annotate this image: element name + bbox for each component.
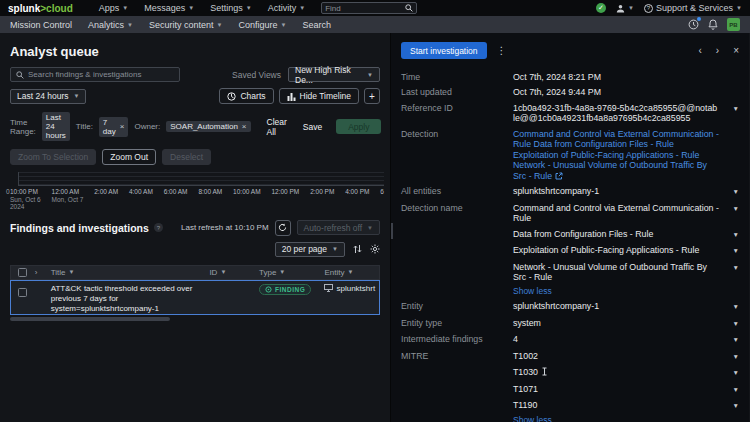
chevron-down-icon[interactable]: ▼ [725,245,739,257]
saved-views-select[interactable]: New High Risk De... ▼ [288,67,380,82]
timeline-tick: 2:00 AM [94,188,118,211]
column-header-entity[interactable]: Entity▼ [324,268,379,277]
sort-icon[interactable] [353,244,362,254]
filter-chip-title[interactable]: 7 day× [99,117,129,137]
nav-configure[interactable]: Configure▼ [239,20,287,30]
field-row-detection: Detection Command and Control via Extern… [401,126,739,184]
filter-time-range-label: Time Range: [10,118,36,136]
info-icon[interactable]: ? [154,223,163,232]
timeline-plot-area[interactable] [18,172,384,186]
chevron-down-icon[interactable]: ▼ [725,203,739,224]
avatar[interactable]: PB [727,18,740,31]
column-header-title[interactable]: Title▼ [51,268,210,277]
zoom-out-button[interactable]: Zoom Out [102,149,156,165]
zoom-to-selection-button[interactable]: Zoom To Selection [10,149,96,165]
chevron-down-icon[interactable]: ▼ [725,351,739,363]
user-icon [616,4,625,13]
close-panel-icon[interactable]: × [733,45,739,56]
analyst-queue-panel: Analyst queue Saved Views New High Risk … [0,33,391,422]
find-search-box[interactable] [321,2,417,14]
show-less-link[interactable]: Show less [513,414,739,422]
start-investigation-button[interactable]: Start investigation [401,42,487,59]
clear-all-button[interactable]: Clear All [267,117,287,137]
page-title: Analyst queue [10,44,380,59]
remove-filter-icon[interactable]: × [120,122,125,131]
findings-search-box[interactable] [10,67,180,82]
add-view-button[interactable]: + [364,88,380,104]
filter-chip-owner[interactable]: SOAR_Automation× [166,121,250,132]
next-finding-icon[interactable]: › [716,45,719,56]
remove-filter-icon[interactable]: × [242,122,247,131]
expand-all-icon[interactable]: › [35,268,51,277]
select-all-checkbox[interactable] [18,268,27,277]
chevron-down-icon[interactable]: ▼ [725,367,739,379]
show-less-link[interactable]: Show less [513,285,739,299]
chevron-down-icon[interactable]: ▼ [725,229,739,241]
bell-icon[interactable] [708,19,718,30]
deselect-button[interactable]: Deselect [162,149,211,165]
recent-activity-icon[interactable] [688,19,699,30]
gear-icon[interactable] [370,244,380,254]
chevron-down-icon: ▼ [127,22,133,28]
detection-link[interactable]: Command and Control via External Communi… [513,129,719,181]
nav-security-content[interactable]: Security content▼ [149,20,223,30]
refresh-button[interactable] [275,220,291,236]
chevron-down-icon: ▼ [188,5,194,11]
hide-timeline-button[interactable]: Hide Timeline [279,88,360,104]
chevron-down-icon[interactable]: ▼ [725,103,739,124]
kebab-menu-icon[interactable]: ⋮ [497,45,507,56]
user-menu[interactable]: ▼ [616,4,634,13]
chevron-down-icon[interactable]: ▼ [725,262,739,283]
chevron-down-icon[interactable]: ▼ [725,301,739,313]
chevron-down-icon[interactable]: ▼ [725,384,739,396]
time-range-select[interactable]: Last 24 hours ▼ [10,89,86,104]
vertical-scrollbar-thumb[interactable] [391,223,393,239]
scrollbar-thumb[interactable] [10,317,170,321]
auto-refresh-select[interactable]: Auto-refresh off ▼ [297,220,380,235]
nav-mission-control[interactable]: Mission Control [10,20,72,30]
timeline-y-axis-label: 0 [6,188,10,195]
sort-caret-icon: ▼ [220,269,226,275]
entity-cell: splunktshrt [324,284,379,293]
field-row-detection-name: Detection name Command and Control via E… [401,200,739,299]
health-status-icon[interactable]: ✓ [596,3,606,13]
field-row-last-updated: Last updated Oct 7th, 2024 9:44 PM [401,85,739,101]
row-checkbox[interactable] [18,288,27,297]
findings-search-input[interactable] [28,70,174,79]
menu-settings[interactable]: Settings▼ [210,3,251,13]
nav-analytics[interactable]: Analytics▼ [88,20,133,30]
chevron-down-icon[interactable]: ▼ [725,318,739,330]
timeline-tick: 8:00 AM [198,188,222,211]
menu-messages[interactable]: Messages▼ [144,3,194,13]
support-services-menu[interactable]: ? Support & Services ▼ [644,3,742,13]
chevron-down-icon[interactable]: ▼ [725,400,739,412]
column-header-type[interactable]: Type▼ [259,268,324,277]
table-row[interactable]: ATT&CK tactic threshold exceeded over pr… [10,280,380,315]
finding-fields: Time Oct 7th, 2024 8:21 PM Last updated … [391,66,749,422]
charts-button[interactable]: Charts [219,88,273,104]
field-row-intermediate-findings: Intermediate findings 4 ▼ [401,332,739,349]
apply-button[interactable]: Apply [336,119,381,134]
timeline-tick: 10:00 PMSun, Oct 62024 [10,188,41,211]
previous-finding-icon[interactable]: ‹ [698,45,701,56]
menu-activity[interactable]: Activity▼ [268,3,305,13]
chevron-down-icon[interactable]: ▼ [725,334,739,346]
chevron-down-icon[interactable]: ▼ [725,186,739,198]
menu-apps[interactable]: Apps▼ [99,3,128,13]
per-page-select[interactable]: 20 per page ▼ [275,242,345,257]
timeline-tick: 12:00 AMMon, Oct 7 [52,188,84,211]
column-header-id[interactable]: ID▼ [209,268,259,277]
save-filters-button[interactable]: Save [303,122,322,132]
findings-timeline-chart[interactable]: 0 10:00 PMSun, Oct 62024 12:00 AMMon, Oc… [6,172,384,211]
nav-search[interactable]: Search [302,20,331,30]
finding-title[interactable]: ATT&CK tactic threshold exceeded over pr… [51,284,210,314]
find-input[interactable] [325,4,405,13]
last-refresh-text: Last refresh at 10:10 PM [181,223,269,232]
chevron-down-icon: ▼ [299,5,305,11]
search-icon [405,4,413,12]
filter-chip-time-range[interactable]: Last 24 hours [42,112,70,141]
splunk-cloud-logo[interactable]: splunk>cloud [8,3,73,14]
horizontal-scrollbar[interactable] [10,317,380,321]
finding-detail-panel: Start investigation ⋮ ‹ › × Time Oct 7th… [391,33,749,422]
field-row-entity-type: Entity type system ▼ [401,315,739,332]
